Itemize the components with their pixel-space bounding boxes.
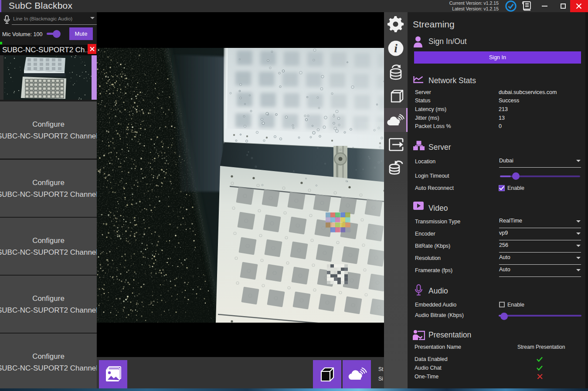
svg-text:i: i: [394, 41, 398, 55]
